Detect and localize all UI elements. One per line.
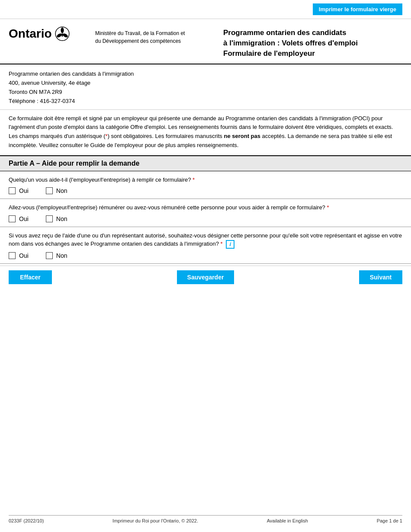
question3-required: * (221, 240, 223, 247)
question1-non-option: Non (46, 187, 67, 194)
bold-ne-seront-pas: ne seront pas (224, 133, 260, 139)
question2-block: Allez-vous (l'employeur/l'entreprise) ré… (0, 199, 411, 227)
question2-non-checkbox[interactable] (46, 215, 53, 222)
question1-required: * (193, 176, 195, 183)
question2-text: Allez-vous (l'employeur/l'entreprise) ré… (9, 203, 402, 212)
question3-radio-group: Oui Non (9, 252, 402, 259)
address-block: Programme ontarien des candidats à l'imm… (0, 64, 411, 109)
footer: 0233F (2022/10) Imprimeur du Roi pour l'… (9, 515, 402, 523)
question2-oui-checkbox[interactable] (9, 215, 16, 222)
question1-non-label: Non (56, 187, 67, 194)
suivant-button[interactable]: Suivant (359, 270, 402, 284)
info-icon[interactable]: i (226, 240, 234, 249)
question3-text: Si vous avez reçu de l'aide d'une ou d'u… (9, 231, 402, 249)
question2-non-label: Non (56, 215, 67, 222)
question2-non-option: Non (46, 215, 67, 222)
question1-non-checkbox[interactable] (46, 187, 53, 194)
question3-oui-checkbox[interactable] (9, 252, 16, 259)
form-title-line2: à l'immigration : Volets offres d'emploi (223, 38, 402, 48)
question3-oui-option: Oui (9, 252, 29, 259)
header: Ontario Ministère du Travail, de la Form… (0, 19, 411, 64)
footer-form-code: 0233F (2022/10) (9, 518, 44, 523)
ontario-wordmark: Ontario (9, 27, 52, 41)
question1-radio-group: Oui Non (9, 187, 402, 194)
address-line1: Programme ontarien des candidats à l'imm… (9, 70, 402, 79)
svg-rect-4 (61, 33, 63, 36)
address-line3: Toronto ON M7A 2R9 (9, 88, 402, 97)
address-line2: 400, avenue University, 4e étage (9, 79, 402, 88)
question3-non-option: Non (46, 252, 67, 259)
part-a-title: Partie A – Aide pour remplir la demande (9, 160, 139, 167)
footer-page: Page 1 de 1 (377, 518, 402, 523)
logo-area: Ontario (9, 26, 87, 42)
part-a-header: Partie A – Aide pour remplir la demande (0, 156, 411, 171)
address-line4: Téléphone : 416-327-0374 (9, 97, 402, 106)
question1-text: Quelqu'un vous aide-t-il (l'employeur/l'… (9, 176, 402, 184)
svg-point-3 (56, 33, 62, 38)
svg-point-1 (61, 28, 64, 33)
effacer-button[interactable]: Effacer (9, 270, 52, 284)
question1-oui-option: Oui (9, 187, 29, 194)
print-button[interactable]: Imprimer le formulaire vierge (313, 3, 402, 15)
question1-block: Quelqu'un vous aide-t-il (l'employeur/l'… (0, 171, 411, 199)
question2-required: * (327, 204, 329, 211)
footer-printer: Imprimeur du Roi pour l'Ontario, © 2022. (112, 518, 198, 523)
question3-block: Si vous avez reçu de l'aide d'une ou d'u… (0, 227, 411, 264)
description-text-part1: Ce formulaire doit être rempli et signé … (9, 115, 393, 148)
question1-oui-label: Oui (19, 187, 29, 194)
ministry-line2: du Développement des compétences (95, 37, 215, 45)
form-title: Programme ontarien des candidats à l'imm… (223, 26, 402, 58)
trillium-icon (55, 26, 70, 42)
question1-oui-checkbox[interactable] (9, 187, 16, 194)
top-bar: Imprimer le formulaire vierge (0, 0, 411, 19)
question3-non-checkbox[interactable] (46, 252, 53, 259)
footer-available: Available in English (267, 518, 308, 523)
question2-oui-option: Oui (9, 215, 29, 222)
ministry-line1: Ministère du Travail, de la Formation et (95, 29, 215, 37)
question2-radio-group: Oui Non (9, 215, 402, 222)
description-block: Ce formulaire doit être rempli et signé … (0, 110, 411, 156)
question3-oui-label: Oui (19, 252, 29, 259)
sauvegarder-button[interactable]: Sauvegarder (177, 270, 234, 284)
ministry-info: Ministère du Travail, de la Formation et… (95, 26, 215, 45)
form-title-line3: Formulaire de l'employeur (223, 48, 402, 59)
svg-point-2 (62, 33, 68, 38)
action-bar: Effacer Sauvegarder Suivant (0, 266, 411, 288)
form-title-line1: Programme ontarien des candidats (223, 28, 402, 38)
ontario-logo: Ontario (9, 26, 70, 42)
question3-non-label: Non (56, 252, 67, 259)
question2-oui-label: Oui (19, 215, 29, 222)
